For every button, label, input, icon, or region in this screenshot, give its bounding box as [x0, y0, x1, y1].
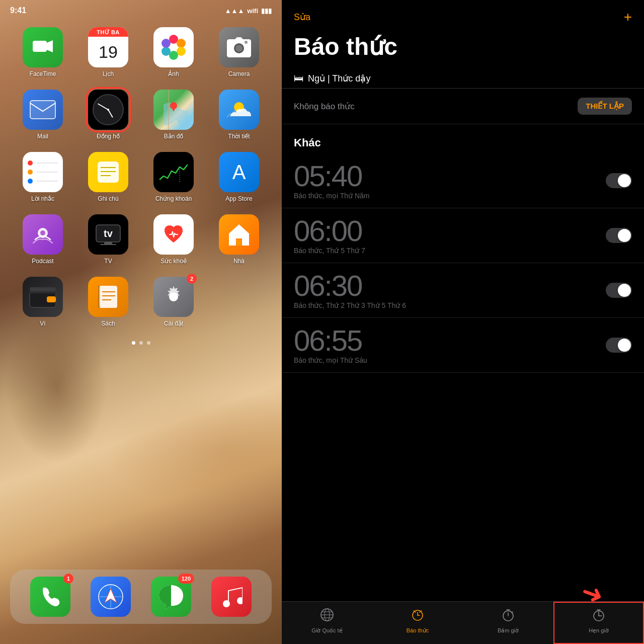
facetime-icon [23, 27, 63, 67]
app-item-podcasts[interactable]: Podcast [14, 214, 71, 265]
app-item-camera[interactable]: Camera [210, 27, 268, 77]
camera-icon [219, 27, 259, 67]
app-item-notes[interactable]: Ghi chú [79, 152, 137, 202]
svg-rect-0 [33, 41, 47, 52]
cal-dow: THỨ BA [88, 27, 128, 37]
svg-rect-35 [30, 287, 56, 291]
timer-icon [592, 608, 606, 625]
dock-messages[interactable]: 120 [151, 577, 191, 617]
app-item-maps[interactable]: Bản đồ [145, 90, 202, 140]
app-item-clock[interactable]: Đồng hồ [79, 90, 137, 140]
phone-icon: 1 [30, 577, 70, 617]
alarm-row-3: 06:30 Báo thức, Thứ 2 Thứ 3 Thứ 5 Thứ 6 [282, 263, 644, 318]
dock-phone[interactable]: 1 [30, 577, 70, 617]
tab-timer-label: Hẹn giờ [589, 627, 609, 634]
svg-point-49 [223, 600, 230, 607]
bed-icon: 🛏 [294, 72, 304, 84]
alarm-row-2: 06:00 Báo thức, Thứ 5 Thứ 7 [282, 208, 644, 263]
app-item-wallet[interactable]: Ví [14, 277, 71, 327]
svg-rect-32 [236, 239, 242, 246]
app-item-calendar[interactable]: THỨ BA 19 Lịch [79, 27, 137, 77]
music-icon [211, 577, 252, 617]
svg-point-6 [162, 47, 171, 56]
sleep-label: Ngủ | Thức dậy [308, 73, 370, 84]
calendar-label: Lịch [103, 70, 114, 77]
tab-world[interactable]: Giờ Quốc tế [282, 602, 372, 644]
setup-button[interactable]: THIẾT LẬP [578, 98, 632, 115]
stopwatch-icon [501, 608, 515, 625]
page-dots [0, 337, 282, 349]
tab-alarm[interactable]: Báo thức [372, 602, 463, 644]
dock-music[interactable] [211, 577, 252, 617]
alarm-time-1: 05:40 [294, 162, 369, 191]
svg-point-7 [162, 39, 171, 48]
app-item-books[interactable]: Sách [79, 277, 137, 327]
cal-date: 19 [88, 37, 128, 67]
alarm-toggle-4[interactable] [606, 338, 632, 353]
toggle-knob-3 [618, 284, 631, 297]
alarm-desc-3: Báo thức, Thứ 2 Thứ 3 Thứ 5 Thứ 6 [294, 301, 406, 309]
mail-label: Mail [37, 133, 48, 140]
books-icon [88, 277, 128, 317]
dock-safari[interactable] [91, 577, 131, 617]
no-alarm-row: Không báo thức THIẾT LẬP [282, 89, 644, 124]
tab-stopwatch[interactable]: Bấm giờ [463, 602, 553, 644]
podcasts-icon [23, 214, 63, 255]
alarm-toggle-1[interactable] [606, 173, 632, 188]
weather-label: Thời tiết [228, 133, 250, 140]
dot-2 [139, 341, 143, 345]
health-icon [153, 214, 194, 255]
edit-button[interactable]: Sửa [294, 12, 310, 23]
toggle-knob-2 [618, 229, 631, 242]
alarm-time-4: 06:55 [294, 326, 367, 355]
clock-app: Sửa + Báo thức 🛏 Ngủ | Thức dậy Không bá… [282, 0, 644, 644]
app-item-mail[interactable]: Mail [14, 90, 71, 140]
stocks-label: Chứng khoán [155, 195, 192, 202]
wallet-label: Ví [40, 320, 45, 327]
alarm-icon [411, 608, 425, 625]
no-alarm-text: Không báo thức [294, 101, 355, 112]
app-item-settings[interactable]: 2 Cài đặt [145, 277, 202, 327]
app-item-weather[interactable]: Thời tiết [210, 90, 268, 140]
add-button[interactable]: + [624, 10, 632, 24]
svg-marker-1 [47, 40, 53, 52]
alarm-time-3: 06:30 [294, 271, 406, 300]
safari-icon [91, 577, 131, 617]
svg-rect-37 [99, 286, 117, 308]
photos-label: Ảnh [168, 70, 179, 77]
app-item-health[interactable]: Sức khoẻ [145, 214, 202, 265]
svg-point-50 [237, 597, 243, 604]
alarm-time-2: 06:00 [294, 216, 365, 246]
app-item-facetime[interactable]: FaceTime [14, 27, 71, 77]
svg-point-25 [40, 230, 45, 235]
reminders-icon [23, 152, 63, 192]
tab-timer[interactable]: Hẹn giờ [553, 602, 644, 644]
facetime-label: FaceTime [30, 70, 56, 77]
world-clock-icon [320, 608, 334, 625]
app-item-tv[interactable]: tv TV [79, 214, 137, 265]
alarm-toggle-3[interactable] [606, 283, 632, 298]
camera-label: Camera [228, 70, 250, 77]
app-item-stocks[interactable]: Chứng khoán [145, 152, 202, 202]
alarm-row-1: 05:40 Báo thức, mọi Thứ Năm [282, 153, 644, 208]
appstore-icon: A [219, 152, 259, 192]
health-label: Sức khoẻ [160, 258, 187, 265]
clock-label: Đồng hồ [97, 133, 120, 140]
tab-stopwatch-label: Bấm giờ [498, 627, 519, 634]
app-item-photos[interactable]: Ảnh [145, 27, 202, 77]
tv-icon: tv [88, 214, 128, 255]
podcasts-label: Podcast [32, 258, 53, 265]
svg-rect-12 [30, 101, 55, 119]
app-item-home[interactable]: Nhà [210, 214, 268, 265]
tab-world-label: Giờ Quốc tế [311, 627, 342, 634]
alarm-toggle-2[interactable] [606, 228, 632, 243]
messages-icon: 120 [151, 577, 191, 617]
app-item-appstore[interactable]: A App Store [210, 152, 268, 202]
settings-icon: 2 [153, 277, 194, 317]
reminders-label: Lời nhắc [31, 195, 54, 202]
appstore-label: App Store [225, 195, 252, 202]
home-icon [219, 214, 259, 255]
settings-badge: 2 [187, 274, 197, 284]
wifi-icon: wifi [247, 7, 258, 15]
app-item-reminders[interactable]: Lời nhắc [14, 152, 71, 202]
